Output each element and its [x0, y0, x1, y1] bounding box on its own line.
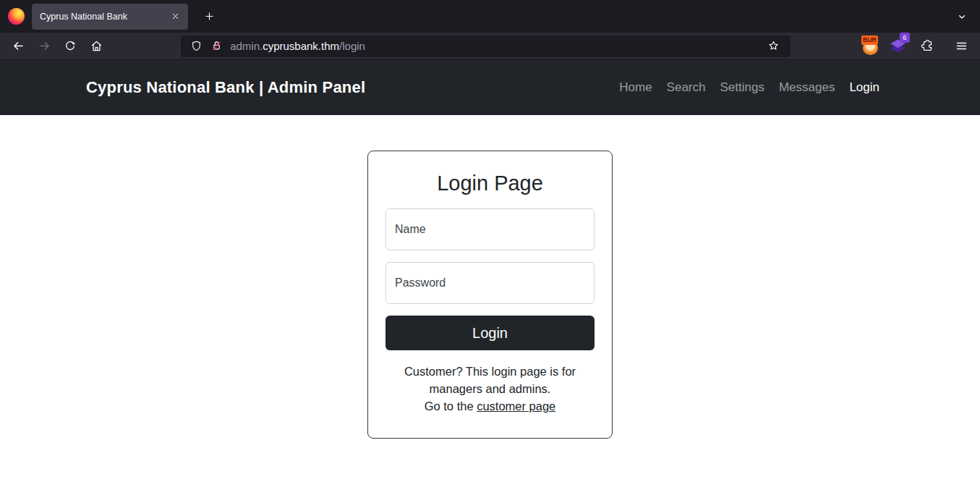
reload-button[interactable] — [59, 35, 83, 57]
insecure-lock-icon[interactable] — [208, 38, 224, 54]
url-path: /login — [339, 40, 365, 52]
tab-close-icon[interactable] — [166, 8, 184, 25]
home-button[interactable] — [84, 35, 108, 57]
customer-note: Customer? This login page is formanagers… — [385, 363, 595, 415]
new-tab-button[interactable] — [198, 6, 220, 28]
firefox-logo-icon — [8, 8, 25, 25]
extensions-puzzle-icon[interactable] — [916, 35, 940, 57]
tab-title: Cyprus National Bank — [40, 12, 166, 22]
login-card: Login Page Login Customer? This login pa… — [367, 151, 613, 439]
note-line-2: managers and admins. — [430, 382, 551, 395]
password-input[interactable] — [385, 262, 595, 304]
extension-badge-count: 6 — [900, 33, 910, 43]
main-nav: Home Search Settings Messages Login — [612, 80, 887, 95]
tab-list-chevron-icon[interactable] — [951, 6, 973, 28]
login-button[interactable]: Login — [385, 316, 595, 350]
login-title: Login Page — [385, 172, 595, 195]
forward-button[interactable] — [33, 35, 57, 57]
nav-messages[interactable]: Messages — [772, 80, 842, 95]
browser-toolbar: admin.cyprusbank.thm/login BUR 6 — [0, 33, 980, 60]
tracking-shield-icon[interactable] — [188, 38, 204, 54]
extensions-area: BUR 6 — [861, 35, 974, 57]
foxyproxy-extension-icon[interactable]: BUR — [861, 36, 880, 56]
back-button[interactable] — [7, 35, 31, 57]
nav-settings[interactable]: Settings — [712, 80, 771, 95]
foxyproxy-mode-label: BUR — [861, 35, 878, 45]
customer-page-link[interactable]: customer page — [477, 400, 555, 413]
hamburger-menu-icon[interactable] — [950, 35, 974, 57]
purple-extension-icon[interactable]: 6 — [888, 36, 908, 56]
nav-login[interactable]: Login — [842, 80, 887, 95]
page-content: Login Page Login Customer? This login pa… — [0, 151, 980, 490]
url-bar[interactable]: admin.cyprusbank.thm/login — [181, 35, 791, 57]
browser-tab[interactable]: Cyprus National Bank — [32, 4, 188, 30]
note-line-1: Customer? This login page is for — [404, 365, 576, 378]
browser-tab-bar: Cyprus National Bank — [0, 0, 980, 33]
site-header: Cyprus National Bank | Admin Panel Home … — [0, 60, 980, 115]
name-input[interactable] — [385, 208, 595, 250]
bookmark-star-icon[interactable] — [764, 37, 783, 56]
url-domain: cyprusbank.thm — [263, 40, 339, 52]
brand-title: Cyprus National Bank | Admin Panel — [86, 78, 365, 97]
url-subdomain: admin. — [230, 40, 263, 52]
url-text: admin.cyprusbank.thm/login — [230, 40, 365, 52]
nav-home[interactable]: Home — [612, 80, 659, 95]
nav-search[interactable]: Search — [660, 80, 713, 95]
note-line-3-prefix: Go to the — [425, 400, 477, 413]
